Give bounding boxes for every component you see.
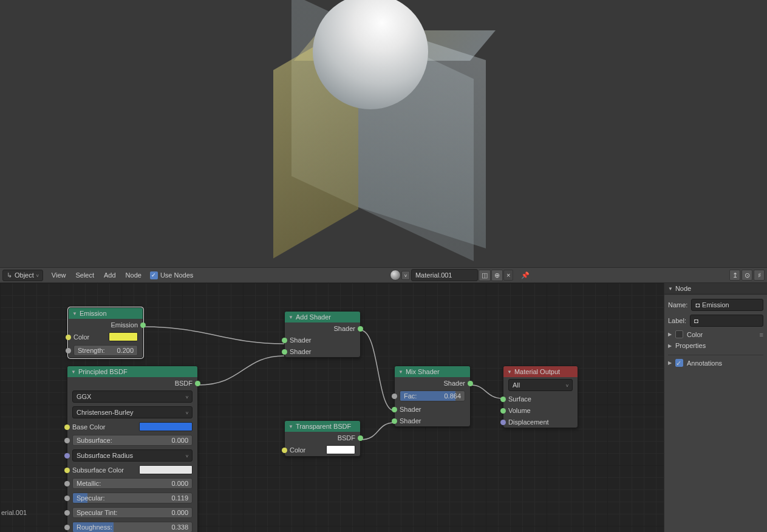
- shading-type-button[interactable]: [390, 270, 401, 281]
- subsurface-field[interactable]: Subsurface:0.000: [72, 435, 193, 446]
- emission-color-swatch[interactable]: [109, 332, 138, 341]
- material-unlink-button[interactable]: ×: [503, 270, 513, 281]
- color-enable-checkbox[interactable]: [675, 330, 683, 338]
- menu-node[interactable]: Node: [121, 269, 146, 281]
- metallic-field[interactable]: Metallic:0.000: [72, 478, 193, 489]
- base-color-swatch[interactable]: [139, 422, 193, 431]
- node-label-input[interactable]: ◘: [690, 315, 763, 327]
- node-transparent-bsdf[interactable]: ▼Transparent BSDF BSDF Color: [284, 420, 361, 457]
- distribution-select[interactable]: GGX: [72, 390, 193, 403]
- properties-section-toggle[interactable]: ▶Properties: [668, 340, 763, 351]
- label-icon: ◘: [694, 317, 698, 324]
- subsurf-radius-field[interactable]: Subsurface Radius: [72, 449, 193, 462]
- specular-field[interactable]: Specular:0.119: [72, 493, 193, 503]
- name-label: Name:: [668, 301, 687, 309]
- material-new-button[interactable]: ⊕: [491, 270, 503, 281]
- editor-mode-select[interactable]: ↳ Object v: [2, 270, 43, 281]
- sidebar-panel-header[interactable]: ▼Node: [664, 283, 767, 295]
- mix-fac-field[interactable]: Fac:0.864: [400, 390, 465, 401]
- viewport-3d[interactable]: [0, 0, 767, 267]
- spec-tint-field[interactable]: Specular Tint:0.000: [72, 507, 193, 518]
- node-mix-shader[interactable]: ▼Mix Shader Shader Fac:0.864 Shader Shad…: [394, 366, 471, 427]
- pin-button[interactable]: 📌: [519, 270, 532, 281]
- menu-select[interactable]: Select: [70, 269, 99, 281]
- parent-node-button[interactable]: ↥: [729, 270, 740, 281]
- material-browse-button[interactable]: v: [401, 271, 410, 280]
- output-target-select[interactable]: All: [508, 379, 573, 391]
- list-icon: ≡: [760, 331, 763, 338]
- menu-add[interactable]: Add: [99, 269, 121, 281]
- node-icon: ◘: [695, 301, 700, 309]
- node-editor[interactable]: ▼Emission Emission Color Strength:0.200 …: [0, 283, 664, 532]
- node-editor-header: ↳ Object v View Select Add Node ✓ Use No…: [0, 267, 767, 283]
- color-section-toggle[interactable]: ▶Color ≡: [668, 329, 763, 340]
- snap-button[interactable]: ⊙: [741, 270, 752, 281]
- annotations-enable-checkbox[interactable]: ✓: [675, 359, 683, 367]
- overlay-button[interactable]: ♯: [754, 270, 765, 281]
- material-users-button[interactable]: ◫: [479, 270, 491, 281]
- node-add-shader[interactable]: ▼Add Shader Shader Shader Shader: [284, 311, 361, 358]
- active-material-label: erial.001: [0, 508, 28, 517]
- node-principled-bsdf[interactable]: ▼Principled BSDF BSDF GGX Christensen-Bu…: [67, 366, 198, 532]
- node-name-input[interactable]: ◘Emission: [691, 299, 763, 311]
- node-sidebar: ▼Node Name: ◘Emission Label: ◘ ▶Color ≡ …: [664, 283, 767, 532]
- material-name-field[interactable]: Material.001: [411, 269, 478, 281]
- use-nodes-label: Use Nodes: [160, 271, 193, 279]
- subsurf-method-select[interactable]: Christensen-Burley: [72, 406, 193, 418]
- menu-view[interactable]: View: [47, 269, 71, 281]
- subsurf-color-swatch[interactable]: [139, 465, 193, 474]
- node-material-output[interactable]: ▼Material Output All Surface Volume Disp…: [503, 366, 578, 428]
- annotations-section-toggle[interactable]: ▶✓Annotations: [668, 355, 763, 369]
- node-emission[interactable]: ▼Emission Emission Color Strength:0.200: [68, 307, 143, 358]
- emission-strength-field[interactable]: Strength:0.200: [73, 345, 138, 356]
- use-nodes-checkbox[interactable]: ✓: [150, 271, 158, 279]
- roughness-field[interactable]: Roughness:0.338: [72, 522, 193, 532]
- transparent-color-swatch[interactable]: [326, 445, 355, 454]
- label-label: Label:: [668, 317, 686, 324]
